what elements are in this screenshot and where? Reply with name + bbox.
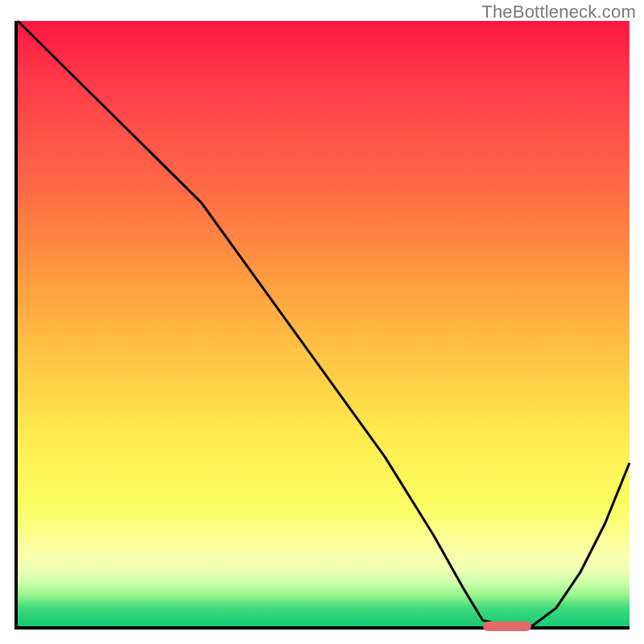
watermark-text: TheBottleneck.com (481, 2, 636, 23)
chart-curve (18, 21, 630, 626)
chart-line-layer (18, 21, 630, 626)
optimal-range-marker (483, 621, 532, 631)
chart-frame: TheBottleneck.com (0, 0, 644, 644)
